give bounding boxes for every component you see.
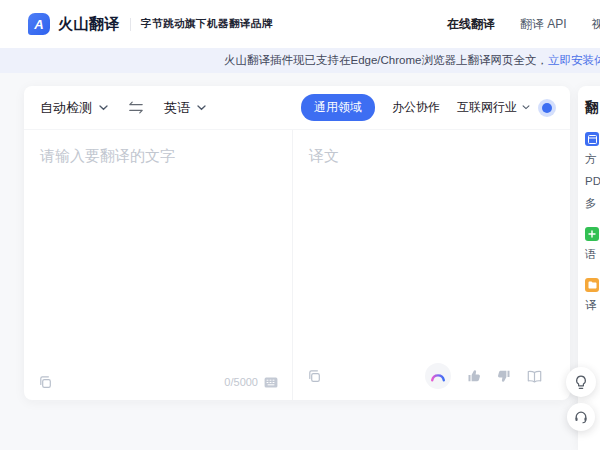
headset-icon [574,410,588,424]
logo-icon: A [28,13,50,35]
sidebar-line: PD [585,172,600,190]
dictionary-book-icon[interactable] [527,370,542,383]
source-pane-toolbar: 0/5000 [38,375,278,389]
rainbow-arc-icon [430,370,446,382]
tab-internet-industry-label: 互联网行业 [457,99,517,116]
target-lang-select[interactable]: 英语 [164,99,206,117]
translator-panes: 0/5000 译文 [24,130,570,400]
source-lang-label: 自动检测 [40,99,92,117]
source-lang-select[interactable]: 自动检测 [40,99,108,117]
chevron-down-icon [197,105,206,111]
translator-card: 自动检测 英语 通用领域 办公协作 互联网行业 [24,86,570,400]
sidebar-item[interactable]: 方 PD 多 [585,132,600,212]
tab-internet-industry[interactable]: 互联网行业 [457,99,530,116]
char-counter: 0/5000 [224,376,258,388]
lightbulb-icon [574,375,588,390]
sidebar-item[interactable]: 译 [585,278,600,314]
thumbs-down-icon[interactable] [497,369,511,383]
copy-icon[interactable] [307,369,321,383]
nav-item-online-translate[interactable]: 在线翻译 [447,16,495,33]
ai-polish-button[interactable] [425,363,451,389]
tips-lightbulb-button[interactable] [566,367,596,397]
translator-toolbar: 自动检测 英语 通用领域 办公协作 互联网行业 [24,86,570,130]
top-nav: 在线翻译 翻译 API 视频 [447,0,600,48]
source-pane: 0/5000 [24,130,293,400]
browser-blue-icon [585,132,599,146]
sidebar-item[interactable]: 语 [585,227,600,263]
source-textarea[interactable] [24,130,292,345]
output-actions [425,363,542,389]
nav-item-translate-api[interactable]: 翻译 API [520,16,567,33]
logo-text: 火山翻译 [58,15,120,34]
domain-tabs: 通用领域 办公协作 互联网行业 [301,94,530,121]
banner-install-link[interactable]: 立即安装体验吧 [548,53,600,68]
target-lang-label: 英语 [164,99,190,117]
sidebar-line: 译 [585,296,600,314]
output-placeholder: 译文 [293,130,570,183]
chevron-down-icon [522,105,530,110]
swap-languages-icon[interactable] [128,101,144,114]
nav-item-video-translate[interactable]: 视频 [592,16,600,33]
onboarding-beacon[interactable] [542,103,552,113]
brand-divider [130,18,131,31]
thumbs-up-icon[interactable] [467,369,481,383]
output-pane: 译文 [293,130,570,400]
tab-office-collab[interactable]: 办公协作 [392,99,440,116]
plus-green-icon [585,227,599,241]
chevron-down-icon [99,105,108,111]
sidebar-line: 多 [585,194,600,212]
sidebar-line: 方 [585,150,600,168]
output-pane-toolbar [307,363,542,389]
tab-general-domain[interactable]: 通用领域 [301,94,375,121]
support-headset-button[interactable] [567,403,595,431]
sidebar-title: 翻 [585,99,600,117]
sidebar-line: 语 [585,245,600,263]
promo-banner: 火山翻译插件现已支持在Edge/Chrome浏览器上翻译网页全文，立即安装体验吧 [0,48,600,73]
banner-text: 火山翻译插件现已支持在Edge/Chrome浏览器上翻译网页全文， [224,53,548,68]
app-header: A 火山翻译 字节跳动旗下机器翻译品牌 在线翻译 翻译 API 视频 [0,0,600,48]
folder-orange-icon [585,278,599,292]
keyboard-icon[interactable] [264,377,278,388]
brand-tagline: 字节跳动旗下机器翻译品牌 [141,17,273,31]
copy-icon[interactable] [38,375,52,389]
